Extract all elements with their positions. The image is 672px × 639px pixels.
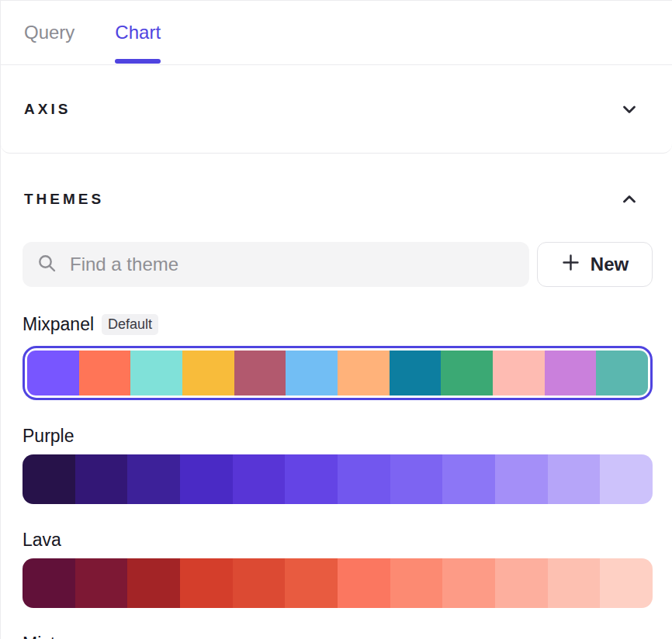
themes-section-title: THEMES [24, 191, 104, 208]
theme-color-swatch [545, 351, 597, 395]
theme-swatches [23, 454, 653, 504]
theme-color-swatch [233, 558, 286, 608]
theme-swatch-row[interactable] [23, 346, 653, 400]
theme-search-row: New [23, 242, 653, 287]
theme-color-swatch [493, 351, 545, 395]
theme-color-swatch [548, 454, 601, 504]
theme-color-swatch [27, 351, 79, 395]
axis-section-title: AXIS [24, 101, 71, 118]
theme-swatches [27, 351, 648, 395]
theme-color-swatch [23, 454, 75, 504]
theme-color-swatch [441, 351, 493, 395]
theme-label-row: Purple [23, 425, 653, 447]
tab-chart[interactable]: Chart [115, 1, 161, 64]
search-icon [36, 253, 57, 277]
theme-color-swatch [285, 558, 338, 608]
theme-list: Mixpanel Default Purple Lava Mist [23, 313, 653, 639]
theme-color-swatch [442, 558, 495, 608]
theme-name: Lava [23, 530, 61, 551]
theme-label-row: Mixpanel Default [23, 313, 653, 335]
theme-color-swatch [442, 454, 495, 504]
axis-section[interactable]: AXIS [1, 65, 672, 154]
theme-list-item-mist: Mist [23, 633, 653, 639]
theme-default-badge: Default [102, 314, 158, 335]
theme-color-swatch [548, 558, 601, 608]
theme-name: Purple [23, 426, 74, 447]
theme-label-row: Lava [23, 529, 653, 551]
theme-swatch-row[interactable] [23, 454, 653, 504]
themes-section-header[interactable]: THEMES [1, 164, 672, 208]
plus-icon [561, 253, 580, 277]
theme-color-swatch [338, 558, 390, 608]
theme-color-swatch [338, 454, 390, 504]
theme-swatch-row[interactable] [23, 558, 653, 608]
tab-query[interactable]: Query [24, 1, 74, 64]
theme-color-swatch [286, 351, 338, 395]
theme-color-swatch [390, 454, 443, 504]
theme-swatches [23, 558, 653, 608]
theme-color-swatch [75, 558, 128, 608]
theme-color-swatch [233, 454, 286, 504]
theme-color-swatch [127, 454, 180, 504]
theme-color-swatch [234, 351, 286, 395]
theme-color-swatch [600, 454, 653, 504]
theme-name: Mixpanel [23, 314, 94, 335]
chevron-down-icon[interactable] [621, 101, 638, 118]
search-input[interactable] [68, 253, 515, 276]
theme-color-swatch [180, 454, 233, 504]
tab-chart-label: Chart [115, 22, 161, 43]
theme-color-swatch [390, 351, 442, 395]
theme-color-swatch [390, 558, 443, 608]
theme-name: Mist [23, 634, 55, 639]
theme-color-swatch [75, 454, 128, 504]
theme-color-swatch [182, 351, 234, 395]
theme-color-swatch [23, 558, 75, 608]
theme-color-swatch [130, 351, 182, 395]
theme-color-swatch [180, 558, 233, 608]
tab-bar: Query Chart [1, 1, 672, 65]
chevron-up-icon[interactable] [621, 191, 638, 208]
theme-list-item-lava: Lava [23, 529, 653, 608]
theme-list-item-purple: Purple [23, 425, 653, 504]
theme-search-box[interactable] [23, 242, 529, 287]
chart-settings-panel: Query Chart AXIS THEMES [0, 0, 672, 639]
theme-color-swatch [285, 454, 338, 504]
theme-color-swatch [338, 351, 390, 395]
new-theme-button[interactable]: New [537, 242, 653, 287]
theme-color-swatch [600, 558, 653, 608]
theme-color-swatch [79, 351, 131, 395]
themes-section: THEMES [1, 164, 672, 639]
theme-color-swatch [127, 558, 180, 608]
theme-color-swatch [495, 558, 548, 608]
tab-query-label: Query [24, 22, 74, 43]
theme-label-row: Mist [23, 633, 653, 639]
new-theme-button-label: New [591, 254, 629, 275]
theme-color-swatch [495, 454, 548, 504]
theme-color-swatch [596, 351, 648, 395]
theme-list-item-mixpanel: Mixpanel Default [23, 313, 653, 400]
